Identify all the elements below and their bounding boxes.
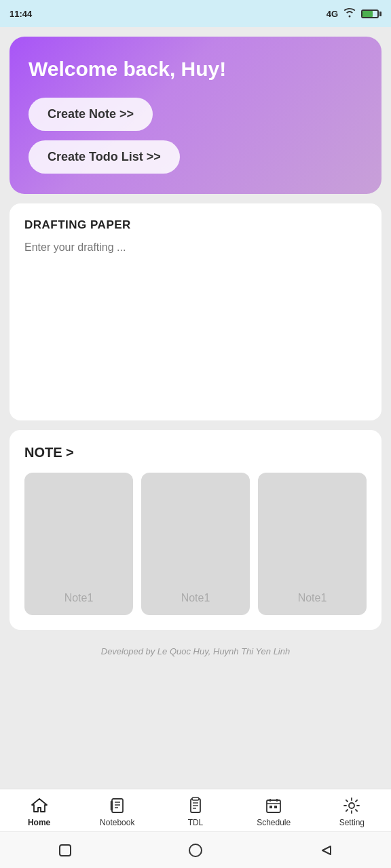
android-back-square[interactable]: [52, 837, 78, 863]
note-item-label-3: Note1: [298, 592, 327, 604]
nav-schedule[interactable]: Schedule: [253, 796, 294, 827]
note-card: NOTE > Note1 Note1 Note1: [10, 430, 381, 630]
wifi-icon: [343, 8, 356, 20]
svg-rect-16: [269, 806, 272, 808]
drafting-paper-title: DRAFTING PAPER: [24, 218, 367, 232]
nav-notebook-label: Notebook: [100, 818, 134, 827]
setting-icon: [342, 796, 361, 815]
drafting-input[interactable]: [24, 241, 367, 391]
note-section-header: NOTE >: [24, 445, 367, 460]
nav-setting-label: Setting: [339, 818, 365, 827]
note-item-label-2: Note1: [181, 592, 210, 604]
create-note-button[interactable]: Create Note >>: [29, 98, 153, 131]
time-display: 11:44: [10, 9, 32, 19]
schedule-icon: [264, 796, 283, 815]
svg-rect-19: [60, 845, 71, 856]
nav-home[interactable]: Home: [19, 796, 60, 827]
notebook-icon: [108, 796, 127, 815]
welcome-card: Welcome back, Huy! Create Note >> Create…: [10, 37, 381, 194]
nav-tdl[interactable]: TDL: [175, 796, 216, 827]
footer-credit: Developed by Le Quoc Huy, Huynh Thi Yen …: [10, 639, 381, 660]
create-todo-button[interactable]: Create Todo List >>: [29, 140, 180, 174]
android-home-circle[interactable]: [183, 837, 208, 863]
svg-rect-4: [111, 801, 113, 810]
android-nav-bar: [0, 831, 391, 868]
note-item-label-1: Note1: [64, 592, 94, 604]
status-time: 11:44: [10, 9, 32, 19]
svg-point-18: [349, 803, 354, 808]
bottom-nav: Home Notebook TDL: [0, 789, 391, 831]
status-icons: 4G: [327, 8, 381, 20]
svg-rect-17: [274, 806, 277, 808]
nav-schedule-label: Schedule: [257, 818, 291, 827]
svg-rect-0: [112, 799, 123, 812]
note-item-2[interactable]: Note1: [141, 473, 250, 615]
signal-indicator: 4G: [327, 9, 338, 19]
android-back-triangle[interactable]: [313, 837, 339, 863]
nav-notebook[interactable]: Notebook: [97, 796, 138, 827]
welcome-title: Welcome back, Huy!: [29, 57, 362, 81]
note-grid: Note1 Note1 Note1: [24, 473, 367, 615]
main-content: Welcome back, Huy! Create Note >> Create…: [0, 27, 391, 789]
svg-rect-11: [192, 797, 199, 800]
drafting-paper-card: DRAFTING PAPER: [10, 203, 381, 420]
note-item-1[interactable]: Note1: [24, 473, 133, 615]
note-item-3[interactable]: Note1: [258, 473, 367, 615]
status-bar: 11:44 4G: [0, 0, 391, 27]
nav-setting[interactable]: Setting: [331, 796, 372, 827]
home-icon: [30, 796, 49, 815]
tdl-icon: [186, 796, 205, 815]
battery-icon: [361, 9, 381, 18]
nav-tdl-label: TDL: [188, 818, 204, 827]
svg-point-20: [189, 844, 202, 856]
svg-marker-21: [322, 846, 331, 854]
svg-rect-12: [267, 800, 280, 812]
nav-home-label: Home: [28, 818, 50, 827]
